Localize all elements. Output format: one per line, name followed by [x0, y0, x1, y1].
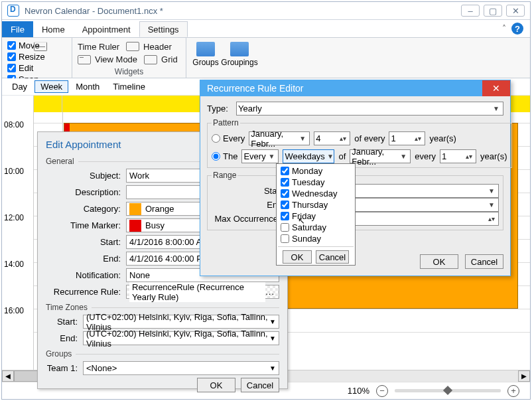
start-label: Start:	[46, 237, 122, 247]
maxocc-label: Max Occurrences:	[212, 214, 285, 224]
chevron-down-icon: ▼	[486, 201, 497, 208]
tz-start-select[interactable]: (UTC+02:00) Helsinki, Kyiv, Riga, Sofia,…	[83, 315, 279, 329]
time-label: 10:00	[4, 167, 24, 176]
weekday-mon[interactable]: Monday	[278, 165, 354, 177]
appt-ok-button[interactable]: OK	[197, 378, 235, 392]
view-day[interactable]: Day	[6, 80, 33, 93]
busy-swatch-icon	[129, 220, 141, 232]
view-timeline[interactable]: Timeline	[107, 80, 151, 93]
time-gutter: 08:00 10:00 12:00 14:00 16:00	[2, 112, 34, 370]
tz-start-label: Start:	[46, 317, 79, 327]
groupings-icon	[230, 42, 249, 56]
weekday-sat[interactable]: Saturday	[278, 222, 354, 233]
ellipsis-icon[interactable]: ...	[265, 287, 279, 297]
tab-home[interactable]: Home	[33, 21, 74, 37]
recurrence-cancel-button[interactable]: Cancel	[465, 254, 503, 269]
recurrence-ok-button[interactable]: OK	[420, 254, 458, 269]
menubar: File Home Appointment Settings ˄ ?	[2, 19, 530, 37]
btn-groups[interactable]: Groups	[192, 40, 220, 76]
tz-end-select[interactable]: (UTC+02:00) Helsinki, Kyiv, Riga, Sofia,…	[83, 331, 279, 345]
months-select[interactable]: January, Febr...▼	[249, 131, 310, 145]
chevron-down-icon: ▼	[269, 335, 279, 342]
months2-select[interactable]: January, Febr...▼	[350, 149, 411, 163]
zoom-slider[interactable]	[395, 389, 501, 392]
type-label: Type:	[207, 104, 232, 114]
type-select[interactable]: Yearly▼	[236, 102, 503, 116]
weekday-ok-button[interactable]: OK	[283, 250, 312, 264]
time-label: 14:00	[4, 260, 24, 269]
chk-resize[interactable]: Resize	[7, 52, 45, 62]
team-select[interactable]: <None>▼	[83, 361, 279, 375]
btn-groupings[interactable]: Groupings	[225, 40, 254, 76]
category-label: Category:	[46, 204, 122, 214]
recurrence-titlebar[interactable]: Recurrence Rule Editor ✕	[200, 80, 510, 96]
ordinal-select[interactable]: Every▼	[241, 149, 279, 163]
years2-spin[interactable]: 1▴▾	[440, 149, 476, 163]
minimize-button[interactable]: –	[461, 5, 480, 17]
range-end-label: End:	[212, 200, 285, 210]
spinner-icon: ▴▾	[464, 153, 474, 160]
weekday-thu[interactable]: Thursday	[278, 199, 354, 210]
pattern-every-radio[interactable]: Every	[212, 133, 245, 143]
tab-appointment[interactable]: Appointment	[74, 21, 139, 37]
chevron-down-icon: ▼	[269, 318, 279, 325]
end-label: End:	[46, 254, 122, 264]
time-label: 12:00	[4, 213, 24, 222]
window-title: Nevron Calendar - Document1.ncx *	[25, 6, 163, 16]
ofevery-label: of every	[354, 133, 385, 143]
scroll-left-icon[interactable]: ◄	[2, 370, 14, 382]
years-label2: year(s)	[480, 151, 507, 161]
btn-view-mode[interactable]: View Mode	[78, 54, 137, 66]
collapse-ribbon-icon[interactable]: ˄	[502, 24, 506, 33]
pattern-legend: Pattern	[212, 118, 240, 127]
day-spin[interactable]: 4▴▾	[314, 131, 350, 145]
btn-grid[interactable]: Grid	[144, 54, 178, 66]
maximize-button[interactable]: ▢	[484, 5, 502, 17]
zoom-thumb[interactable]	[443, 386, 452, 395]
help-icon[interactable]: ?	[511, 23, 523, 35]
tab-file[interactable]: File	[2, 21, 33, 37]
btn-time-ruler[interactable]: Time Ruler	[78, 40, 119, 53]
recurrence-label: Recurrence Rule:	[46, 287, 122, 297]
appt-cancel-button[interactable]: Cancel	[241, 378, 279, 392]
spinner-icon: ▴▾	[338, 135, 348, 142]
spinner-icon: ▴▾	[413, 135, 423, 142]
spinner-icon: ▴▾	[486, 215, 497, 222]
every-label: every	[415, 151, 436, 161]
subject-label: Subject:	[46, 171, 122, 181]
zoom-in-button[interactable]: +	[507, 385, 519, 397]
chevron-down-icon: ▼	[491, 105, 501, 112]
notification-label: Notification:	[46, 270, 122, 280]
pattern-the-radio[interactable]: The	[212, 151, 237, 161]
weekday-dropdown[interactable]: Monday Tuesday Wednesday Thursday Friday…	[276, 163, 356, 266]
orange-swatch-icon	[129, 203, 141, 215]
zoom-out-button[interactable]: −	[376, 385, 388, 397]
titlebar: Nevron Calendar - Document1.ncx * – ▢ ✕	[2, 2, 530, 19]
weekday-fri[interactable]: Friday	[278, 210, 354, 222]
weekday-sun[interactable]: Sunday	[278, 233, 354, 244]
recurrence-title: Recurrence Rule Editor	[207, 83, 304, 94]
weekday-cancel-button[interactable]: Cancel	[316, 250, 349, 264]
weekday-wed[interactable]: Wednesday	[278, 188, 354, 199]
years-spin[interactable]: 1▴▾	[389, 131, 425, 145]
years-label: year(s)	[429, 133, 456, 143]
view-month[interactable]: Month	[70, 80, 105, 93]
weekday-tue[interactable]: Tuesday	[278, 177, 354, 188]
recurrence-close-button[interactable]: ✕	[482, 80, 510, 96]
chevron-down-icon: ▼	[267, 153, 277, 160]
scroll-thumb[interactable]	[14, 370, 40, 382]
view-week[interactable]: Week	[34, 80, 68, 93]
chevron-down-icon: ▼	[269, 364, 279, 372]
chk-edit[interactable]: Edit	[7, 63, 33, 73]
scroll-right-icon[interactable]: ►	[518, 370, 530, 382]
time-gutter-header	[2, 96, 34, 112]
ribbon: Move Resize Edit Snap Interactivity Time…	[2, 37, 530, 78]
recurrence-rule-field[interactable]: RecurrenceRule (Recurrence Yearly Rule) …	[126, 285, 279, 299]
weekday-select[interactable]: Weekdays▼	[283, 149, 334, 163]
ribbon-group-label: Widgets	[78, 67, 180, 76]
btn-header[interactable]: Header	[126, 40, 172, 53]
app-icon	[7, 5, 19, 17]
tab-settings[interactable]: Settings	[139, 21, 188, 37]
team-label: Team 1:	[46, 363, 79, 373]
close-button[interactable]: ✕	[506, 5, 525, 17]
